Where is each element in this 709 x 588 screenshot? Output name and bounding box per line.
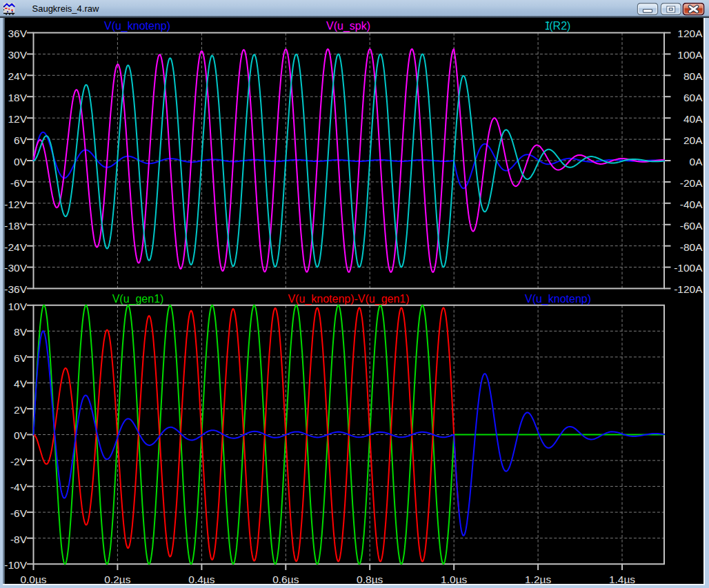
svg-text:V(u_knotenp): V(u_knotenp) (104, 20, 170, 32)
svg-text:-4V: -4V (10, 481, 28, 493)
svg-text:20A: 20A (683, 134, 703, 146)
svg-text:1.4µs: 1.4µs (609, 574, 635, 585)
svg-text:-12V: -12V (4, 199, 27, 210)
svg-text:V(u_spk): V(u_spk) (326, 20, 370, 32)
svg-text:1.2µs: 1.2µs (525, 574, 551, 585)
svg-text:100A: 100A (677, 49, 703, 61)
svg-text:0.6µs: 0.6µs (272, 574, 299, 585)
svg-text:30V: 30V (8, 49, 27, 61)
svg-text:4V: 4V (14, 378, 28, 389)
svg-text:12V: 12V (8, 113, 27, 125)
svg-text:-6V: -6V (10, 177, 28, 189)
svg-text:18V: 18V (8, 92, 27, 103)
svg-text:2V: 2V (14, 404, 28, 416)
svg-text:-6V: -6V (10, 507, 28, 519)
svg-text:V(u_gen1): V(u_gen1) (112, 293, 164, 305)
svg-text:-30V: -30V (4, 262, 27, 274)
svg-text:-10V: -10V (4, 559, 27, 571)
svg-text:-100A: -100A (674, 262, 703, 274)
svg-text:-80A: -80A (680, 241, 703, 253)
svg-text:0.4µs: 0.4µs (188, 574, 214, 585)
svg-text:-18V: -18V (4, 220, 27, 232)
svg-text:-40A: -40A (680, 199, 703, 210)
svg-text:-36V: -36V (4, 283, 27, 295)
svg-text:40A: 40A (683, 113, 703, 125)
svg-text:0.8µs: 0.8µs (357, 574, 383, 585)
svg-text:6V: 6V (14, 352, 28, 364)
svg-text:-20A: -20A (680, 177, 703, 189)
svg-text:-2V: -2V (10, 456, 28, 467)
svg-text:1.0µs: 1.0µs (441, 574, 467, 585)
svg-text:60A: 60A (683, 92, 703, 103)
svg-text:0.2µs: 0.2µs (104, 574, 130, 585)
svg-text:0V: 0V (14, 429, 28, 441)
svg-text:-8V: -8V (10, 534, 28, 545)
svg-text:8V: 8V (14, 326, 28, 338)
svg-text:36V: 36V (8, 28, 27, 39)
svg-text:-120A: -120A (674, 283, 703, 295)
svg-text:6V: 6V (14, 134, 28, 146)
svg-text:I(R2): I(R2) (546, 20, 571, 32)
svg-text:10V: 10V (8, 301, 27, 312)
svg-text:-24V: -24V (4, 241, 27, 253)
svg-text:V(u_knotenp)-V(u_gen1): V(u_knotenp)-V(u_gen1) (288, 293, 409, 305)
svg-text:120A: 120A (677, 28, 703, 39)
svg-text:24V: 24V (8, 70, 27, 82)
svg-text:80A: 80A (683, 70, 703, 82)
svg-text:0.0µs: 0.0µs (20, 574, 46, 585)
svg-text:0A: 0A (690, 156, 703, 168)
svg-text:V(u_knotenp): V(u_knotenp) (525, 293, 591, 305)
svg-text:-60A: -60A (680, 220, 703, 232)
svg-text:0V: 0V (14, 156, 28, 168)
